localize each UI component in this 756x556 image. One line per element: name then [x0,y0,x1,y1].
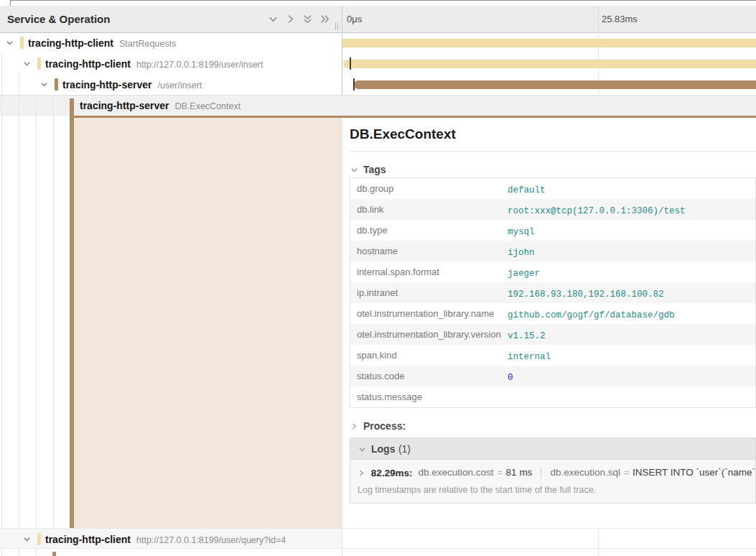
tag-row: db.linkroot:xxx@tcp(127.0.0.1:3306)/test [350,199,755,220]
logs-accordion-header[interactable]: Logs (1) [350,438,755,460]
expand-one-icon[interactable] [285,14,296,24]
tree-guide [19,549,19,556]
tag-row: otel.instrumentation_library.versionv1.1… [350,324,755,345]
selected-span-color-bar [70,98,74,528]
column-resizer-grip[interactable] [335,23,340,30]
tag-key: status.code [350,366,508,386]
span-tree-row[interactable]: tracing-http-clientStartRequests [0,32,342,53]
tree-guide [19,74,19,528]
operation-name: DB.ExecContext [174,101,241,111]
chevron-down-icon[interactable] [6,39,14,47]
tag-row: otel.instrumentation_library.namegithub.… [350,303,755,324]
tree-guide [53,95,54,528]
chevron-down-icon[interactable] [23,535,31,543]
tag-value: v1.15.2 [508,331,546,341]
tag-value: ijohn [508,248,535,258]
tags-accordion-header[interactable]: Tags [350,164,386,175]
service-color-swatch [37,57,41,70]
timeline-tick-1: 25.83ms [602,6,638,32]
span-tree-row[interactable]: tracing-http-clienthttp://127.0.0.1:8199… [0,53,342,74]
equals-sign: = [624,468,629,478]
collapse-all-icon[interactable] [302,14,313,24]
tag-value: internal [508,352,551,362]
timeline-gridline [598,6,599,32]
process-accordion-header[interactable]: Process: [350,420,406,432]
span-bar-row[interactable] [342,529,756,550]
log-field-separator [541,467,541,478]
operation-name: http://127.0.0.1:8199/user/insert [136,60,263,70]
tree-guide [1,53,2,528]
tag-row: hostnameijohn [350,241,755,261]
collapse-controls [268,14,330,24]
service-name: tracing-http-server [80,100,169,111]
service-name: tracing-http-server [62,79,151,91]
tag-key: internal.span.format [350,261,508,282]
log-field-key: db.execution.sql [550,467,620,478]
tags-label: Tags [363,164,386,175]
span-bar-row[interactable] [342,53,756,74]
minimap-scrubber-line [10,0,756,1]
timeline-header: 0μs 25.83ms [342,6,756,32]
span-duration-bar [354,80,756,89]
tree-guide [36,95,37,528]
equals-sign: = [498,468,503,478]
span-tree-row[interactable]: tracing-http-server/user/insert [0,74,342,95]
tag-value: 0 [508,373,513,383]
tree-guide [36,549,37,556]
span-detail-panel: DB.ExecContext Tags db.groupdefaultdb.li… [342,118,756,528]
span-detail-title: DB.ExecContext [350,126,456,142]
tag-value: jaeger [508,269,540,279]
tag-key: status.message [350,386,508,407]
operation-name: http://127.0.0.1:8199/user/query?id=4 [136,535,286,545]
operation-name: /user/insert [157,80,202,91]
tag-key: otel.instrumentation_library.version [350,324,508,345]
tag-row: db.typemysql [350,220,755,241]
trace-timeline-view: Service & Operation 0μs 25.83ms tracing-… [0,0,756,556]
log-field-value: INSERT INTO `user`(`name` [633,467,755,478]
service-color-swatch [20,37,24,49]
collapse-one-icon[interactable] [268,14,279,24]
tag-value: 192.168.93.180,192.168.100.82 [508,289,664,300]
span-bar-row[interactable] [342,32,756,53]
span-bar-row[interactable] [342,95,756,116]
tag-key: ip.intranet [350,282,508,303]
log-timestamp: 82.29ms: [371,468,413,478]
detail-accent-border [70,116,756,118]
service-color-swatch [55,78,58,91]
chevron-right-icon [350,422,358,430]
span-bar-row[interactable] [342,74,756,95]
timeline-tick-0: 0μs [347,6,362,32]
span-tree-row[interactable]: tracing-http-serverDB.ExecContext [0,95,342,116]
detail-row-tint [74,118,342,528]
service-operation-header: Service & Operation [0,6,342,32]
tag-value: default [508,185,546,195]
chevron-down-icon [358,445,366,453]
expand-all-icon[interactable] [319,14,330,24]
chevron-down-icon[interactable] [23,60,31,68]
tag-key: span.kind [350,345,508,366]
service-operation-title: Service & Operation [7,6,110,32]
service-name: tracing-http-client [45,58,131,70]
tag-key: db.link [350,199,508,220]
chevron-down-icon[interactable] [40,80,48,88]
logs-accordion: Logs (1) 82.29ms: db.execution.cost=81 m… [350,437,756,504]
log-field-value: 81 ms [506,467,533,478]
tags-table: db.groupdefaultdb.linkroot:xxx@tcp(127.0… [350,177,756,408]
minimap-scrubber-handle[interactable] [10,0,11,6]
service-name: tracing-http-client [28,37,113,49]
logs-label: Logs [371,443,395,455]
process-label: Process: [363,420,406,432]
tag-row: span.kindinternal [350,345,755,366]
logs-count: (1) [398,443,411,455]
operation-name: StartRequests [119,39,176,49]
span-tree-row[interactable]: tracing-http-clienthttp://127.0.0.1:8199… [0,529,342,550]
span-duration-bar [343,60,756,68]
span-start-tick [353,78,355,91]
tag-value: root:xxx@tcp(127.0.0.1:3306)/test [508,206,686,216]
service-name: tracing-http-client [45,534,131,545]
log-entry-row[interactable]: 82.29ms: db.execution.cost=81 msdb.execu… [358,467,755,478]
log-field-key: db.execution.cost [419,467,494,478]
tag-key: db.group [350,178,508,199]
tag-value: github.com/gogf/gf/database/gdb [508,310,675,320]
chevron-right-icon [358,469,365,477]
